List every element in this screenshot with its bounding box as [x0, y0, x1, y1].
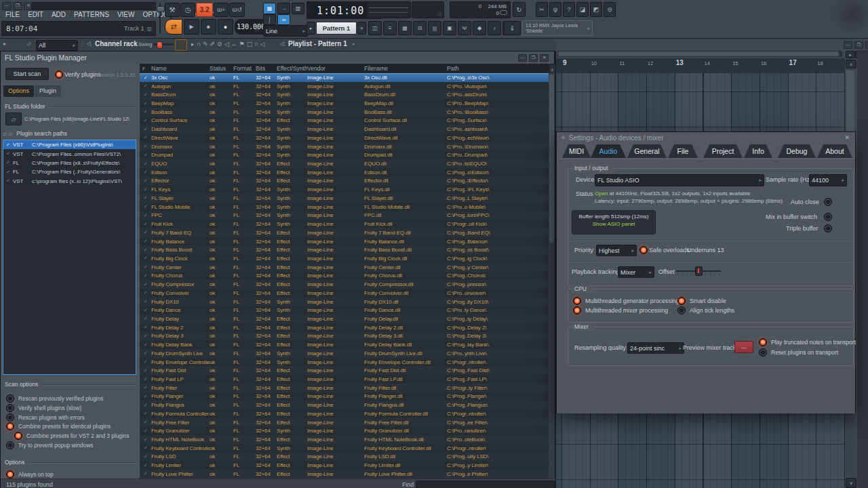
touch-controller-icon[interactable]: ◆ — [473, 21, 486, 35]
typing-keyboard-icon[interactable]: ⚒ — [165, 3, 180, 17]
mixer-option[interactable]: Reset plugins on transport — [759, 348, 838, 357]
table-row[interactable]: ✓FL SlayerokFL32+64SynthImage-LineFL Sla… — [140, 194, 549, 203]
table-row[interactable]: ✓Fruity Bass BoostokFL32+64EffectImage-L… — [140, 245, 549, 254]
cpu-option-radio[interactable] — [573, 306, 581, 314]
undo-icon-button[interactable]: ↻ — [513, 2, 526, 17]
cpu-option-radio[interactable] — [573, 297, 581, 305]
collapse-arrow-icon[interactable]: ▸ — [3, 41, 6, 47]
settings-tab-about[interactable]: About — [817, 144, 852, 158]
settings-tab-general[interactable]: General — [627, 144, 667, 158]
search-path-item[interactable]: ✓VSTc:\program files (x..io 12)\Plugins\… — [3, 177, 136, 186]
mute-tool-icon[interactable]: ◁ — [224, 39, 229, 49]
triple-buffer-radio[interactable] — [824, 224, 832, 232]
table-row[interactable]: ✓Fruity ChorusokFL32+64EffectImage-LineF… — [140, 272, 549, 281]
performance-mode-icon[interactable]: ♪ — [488, 21, 501, 35]
tab-options[interactable]: Options — [3, 85, 34, 97]
slice-tool-icon[interactable]: ⚑ — [239, 39, 245, 49]
table-row[interactable]: ✓DrumaxxokFL32+64SynthImage-LineDrumaxx.… — [140, 142, 549, 151]
table-row[interactable]: ✓Fruity 7 Band EQokFL32+64EffectImage-Li… — [140, 228, 549, 237]
draw-tool-icon[interactable]: ✎ — [203, 39, 208, 49]
table-row[interactable]: ✓Fruity FlangusokFL32+64EffectImage-Line… — [140, 401, 549, 409]
metronome-wait-icon[interactable]: ◷ — [180, 3, 195, 17]
playback-tool-icon[interactable]: ◁ — [260, 39, 265, 49]
hint-panel[interactable]: 13.10 RMX Jayce Lewis 'Shields' ▸ — [522, 20, 593, 36]
settings-close-icon[interactable]: ✕ — [844, 134, 850, 141]
add-path-icon[interactable]: ▱ — [3, 131, 7, 137]
always-on-top-option[interactable]: Always on top — [6, 470, 54, 479]
scan-option[interactable]: Try to prevent popup windows — [6, 441, 93, 449]
plugin-table-header[interactable]: FNameStatusFormatBitsEffect/SynthVendorF… — [140, 64, 549, 73]
arrow-icon[interactable]: → — [277, 3, 290, 14]
swing-slider[interactable] — [153, 41, 174, 48]
plugin-table-scrollbar[interactable] — [549, 73, 555, 479]
cut-icon[interactable]: ✂ — [536, 2, 548, 17]
table-row[interactable]: ✓Fruity Free FilterokFL32+64EffectImage-… — [140, 418, 549, 427]
vscroll-down-button[interactable]: ∨ — [846, 478, 856, 488]
settings-tab-midi[interactable]: MIDI — [562, 144, 591, 158]
scan-option-radio[interactable] — [6, 404, 14, 412]
app-maximize-button[interactable]: ❐ — [13, 2, 22, 10]
table-row[interactable]: ✓Fruity DX10okFL32+64SynthImage-LineFrui… — [140, 298, 549, 306]
cpu-panel[interactable]: ◷ — [412, 1, 444, 18]
pm-maximize-button[interactable]: ❐ — [529, 54, 538, 62]
playlist-close-button[interactable]: ✕ — [865, 41, 868, 49]
playlist-hscrollbar[interactable] — [557, 51, 842, 57]
table-row[interactable]: ✓Fruity Delay 2okFL32+64EffectImage-Line… — [140, 323, 549, 332]
browser-icon[interactable]: ⊟ — [413, 21, 427, 35]
table-row[interactable]: ✓Fruity CenterokFL32+64EffectImage-LineF… — [140, 263, 549, 272]
cpu-option-radio[interactable] — [677, 306, 686, 314]
table-row[interactable]: ✓Fruity DelayokFL32+64EffectImage-LineFr… — [140, 314, 549, 323]
settings-tab-debug[interactable]: Debug — [778, 144, 816, 158]
plugin-picker-icon[interactable]: Ψ — [458, 21, 471, 35]
settings-titlebar[interactable]: ✛ Settings - Audio devices / mixer ✕ — [557, 132, 855, 144]
add-path-icon2[interactable]: ▱ — [8, 131, 12, 137]
pattern-add-button[interactable]: + — [357, 22, 366, 35]
settings-tab-file[interactable]: File — [668, 144, 698, 158]
device-select[interactable]: FL Studio ASIO▸ — [595, 174, 764, 186]
table-row[interactable]: ✓Fruity DanceokFL32+64SynthImage-LineFru… — [140, 306, 549, 314]
menu-item-add[interactable]: ADD — [47, 10, 70, 20]
table-row[interactable]: ✓Fruity GranulizerokFL32+64SynthImage-Li… — [140, 426, 549, 435]
table-row[interactable]: ✓EdisonokFL32+64EffectImage-LineEdison.d… — [140, 168, 549, 177]
scan-option-radio[interactable] — [6, 413, 14, 422]
help-icon[interactable]: ? — [563, 2, 575, 17]
table-row[interactable]: ✓Fruity Envelope ControllerokFL32+64Synt… — [140, 358, 549, 367]
safe-overloads-radio[interactable] — [639, 246, 648, 254]
browse-folder-button[interactable]: ▱ — [5, 113, 22, 125]
table-row[interactable]: ✓DirectWaveokFL32+64SynthImage-LineDirec… — [140, 134, 549, 142]
table-row[interactable]: ✓Fruity ConvolverokFL32+64EffectImage-Li… — [140, 289, 549, 298]
zoom-tool-icon[interactable]: ○ — [254, 39, 258, 49]
table-row[interactable]: ✓Fruity Delay 3okFL32+64EffectImage-Line… — [140, 332, 549, 341]
verify-plugins-radio[interactable] — [55, 70, 63, 79]
download-icon[interactable]: ⇓ — [504, 21, 521, 35]
table-row[interactable]: ✓Fruity Fast LPokFL32+64EffectImage-Line… — [140, 375, 549, 384]
hscroll-right-button[interactable]: ▸ — [846, 51, 855, 58]
vscroll-up-button[interactable]: ∧ — [846, 60, 856, 68]
metronome-icon[interactable]: Ш+ — [214, 3, 229, 17]
mixer-option-radio[interactable] — [759, 338, 767, 346]
plugin-manager-titlebar[interactable]: FL Studio Plugin Manager ─ ❐ ✕ — [1, 52, 554, 64]
auto-close-radio[interactable] — [824, 198, 832, 206]
search-path-item[interactable]: ✓FLC:\Program Files (x8..s\Fruity\Effect… — [3, 159, 136, 167]
channel-filter-select[interactable]: All▸ — [36, 40, 78, 51]
column-header-name[interactable]: Name — [151, 65, 210, 72]
oscilloscope-display[interactable] — [366, 1, 411, 18]
app-minimize-button[interactable]: ─ — [2, 2, 12, 10]
pm-minimize-button[interactable]: ─ — [518, 54, 527, 62]
scan-option[interactable]: Rescan previously verified plugins — [6, 394, 103, 403]
playlist-minimize-button[interactable]: ─ — [844, 41, 852, 49]
find-input[interactable] — [416, 481, 555, 488]
table-row[interactable]: ✓Fruity Keyboard ControllerokFL32+64Synt… — [140, 444, 549, 453]
preview-mixer-track-value[interactable]: --- — [734, 341, 753, 353]
table-row[interactable]: ✓EQUOokFL32+64EffectImage-LineEQUO.dllC:… — [140, 159, 549, 168]
cpu-option[interactable]: Multithreaded mixer processing — [573, 306, 668, 314]
table-row[interactable]: ✓Fruity Formula ControllerokFL32+64Effec… — [140, 409, 549, 418]
snap-magnet-icon[interactable]: ∩ — [197, 39, 201, 49]
scan-option-radio[interactable] — [6, 394, 14, 403]
mixer-icon[interactable]: ||| — [428, 21, 441, 35]
keyboard-icon[interactable]: ▦ — [263, 3, 276, 14]
menu-item-file[interactable]: FILE — [1, 10, 24, 20]
cpu-option[interactable]: Smart disable — [677, 297, 726, 305]
cpu-option[interactable]: Align tick lengths — [677, 306, 734, 314]
column-header-format[interactable]: Format — [233, 65, 256, 72]
